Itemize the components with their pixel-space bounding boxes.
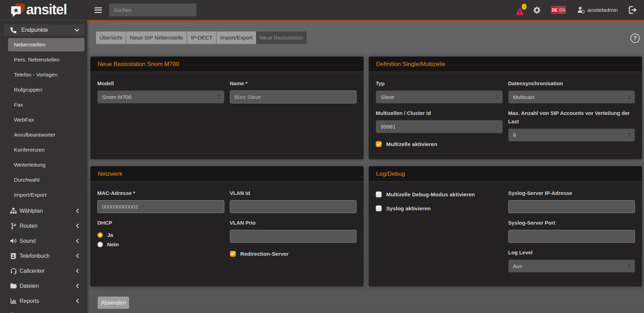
help-button[interactable]: ? xyxy=(630,34,640,43)
sidebar-item-pers-nebenstellen[interactable]: Pers. Nebenstellen xyxy=(8,53,84,66)
panel-body: MAC-Adresse * DHCP Ja xyxy=(90,182,364,286)
chevron-down-icon xyxy=(75,29,79,32)
typ-select[interactable]: Slave xyxy=(376,90,503,103)
modell-select[interactable]: Snom M700 xyxy=(97,90,224,103)
headset-icon xyxy=(10,268,17,274)
log-level-label: Log Level xyxy=(508,248,635,257)
dhcp-nein-radio-row[interactable]: Nein xyxy=(97,241,224,248)
chevron-left-icon xyxy=(76,209,79,213)
chevron-left-icon xyxy=(76,224,79,228)
name-input[interactable] xyxy=(230,90,357,103)
syslog-ip-label: Syslog-Server IP-Adresse xyxy=(508,189,635,197)
sidebar-item-durchwahl[interactable]: Durchwahl xyxy=(8,173,84,187)
dhcp-ja-radio[interactable] xyxy=(97,232,103,238)
panel-body: Multizelle Debug-Modus aktivieren Syslog… xyxy=(369,182,642,286)
select-arrows-icon xyxy=(496,124,499,129)
mac-adresse-label: MAC-Adresse * xyxy=(97,189,224,197)
select-arrows-icon xyxy=(628,133,631,137)
sidebar-item-sound[interactable]: Sound xyxy=(0,233,87,248)
syslog-checkbox-row[interactable]: Syslog aktivieren xyxy=(376,205,503,211)
multizelle-checkbox[interactable] xyxy=(376,141,382,147)
tab-import-export[interactable]: Import/Export xyxy=(217,31,256,44)
sidebar-item-callcenter[interactable]: Callcenter xyxy=(0,263,87,278)
sidebar-item-rufgruppen[interactable]: Rufgruppen xyxy=(8,83,84,96)
sidebar-item-fax[interactable]: Fax xyxy=(8,98,84,111)
debug-modus-checkbox-row[interactable]: Multizelle Debug-Modus aktivieren xyxy=(376,191,503,197)
syslog-ip-input[interactable] xyxy=(508,200,635,213)
vlan-prio-input[interactable] xyxy=(230,230,357,243)
syslog-checkbox[interactable] xyxy=(376,205,382,211)
panel-log-debug: Log/Debug Multizelle Debug-Modus aktivie… xyxy=(369,166,642,286)
panel-row-2: Netzwerk MAC-Adresse * DHCP xyxy=(90,166,642,286)
panel-body: Modell Snom M700 Name * xyxy=(90,72,364,159)
mac-adresse-input[interactable] xyxy=(97,200,224,213)
select-arrows-icon xyxy=(628,264,631,268)
sitemap-icon xyxy=(10,208,17,214)
menu-toggle-icon[interactable] xyxy=(95,7,102,13)
sidebar-item-weiterleitung[interactable]: Weiterleitung xyxy=(8,158,84,172)
user-shield-icon xyxy=(577,6,585,14)
tab-bar: Übersicht Neue SIP Nebenstelle IP-DECT I… xyxy=(96,31,307,44)
sidebar-item-dateien[interactable]: Dateien xyxy=(0,278,87,293)
chevron-left-icon xyxy=(76,299,79,303)
sidebar-item-webfax[interactable]: WebFax xyxy=(8,113,84,126)
gear-icon xyxy=(532,6,541,15)
chevron-left-icon xyxy=(76,254,79,258)
panel-header: Netzwerk xyxy=(90,166,364,182)
sidebar-item-reports[interactable]: Reports xyxy=(0,293,87,308)
code-branch-icon xyxy=(10,223,17,229)
topbar: ★ ansitel 1 xyxy=(0,0,644,20)
vlan-id-input[interactable] xyxy=(230,200,357,213)
select-arrows-icon xyxy=(217,95,220,99)
syslog-port-input[interactable] xyxy=(508,230,635,243)
vlan-id-label: VLAN Id xyxy=(230,189,357,197)
tab-ip-dect[interactable]: IP-DECT xyxy=(187,31,217,44)
sidebar-item-routen[interactable]: Routen xyxy=(0,218,87,233)
topbar-right: 1 DE xyxy=(516,5,637,15)
sidebar-item-telefonbuch[interactable]: Telefonbuch xyxy=(0,248,87,263)
brand-logo[interactable]: ★ ansitel xyxy=(0,0,87,20)
lang-en-button[interactable]: EN xyxy=(558,6,566,14)
sidebar-item-waehlplan[interactable]: Wählplan xyxy=(0,203,87,218)
dhcp-label: DHCP xyxy=(97,219,224,227)
panel-title: Definition Single/Multizelle xyxy=(376,61,445,68)
tab-uebersicht[interactable]: Übersicht xyxy=(96,31,126,44)
logout-button[interactable] xyxy=(629,6,637,14)
sidebar-item-telefon-vorlagen[interactable]: Telefon - Vorlagen xyxy=(8,68,84,81)
dhcp-nein-label: Nein xyxy=(107,241,119,248)
multizelle-checkbox-label: Multizelle aktivieren xyxy=(386,141,437,147)
chevron-left-icon xyxy=(76,284,79,288)
max-sip-accounts-select[interactable]: 8 xyxy=(508,129,635,141)
debug-modus-checkbox[interactable] xyxy=(376,191,382,197)
sidebar-item-nebenstellen[interactable]: Nebenstellen xyxy=(8,38,84,51)
accent-divider-line xyxy=(87,20,644,21)
settings-button[interactable] xyxy=(532,6,541,15)
sidebar-item-konferenzen[interactable]: Konferenzen xyxy=(8,143,84,156)
tab-neue-basisstation[interactable]: Neue Basisstation xyxy=(256,31,307,44)
svg-text:★: ★ xyxy=(13,6,19,14)
alerts-button[interactable]: 1 xyxy=(516,5,526,15)
panel-header: Neue Basisstation Snom M700 xyxy=(90,57,364,72)
user-menu[interactable]: ansiteladmin xyxy=(577,6,618,14)
sidebar-group-endpunkte[interactable]: Endpunkte xyxy=(4,24,84,36)
syslog-checkbox-label: Syslog aktivieren xyxy=(386,205,431,211)
main-content: Übersicht Neue SIP Nebenstelle IP-DECT I… xyxy=(87,21,644,313)
sidebar-item-ueberwachung[interactable]: Überwachung xyxy=(0,308,87,313)
modell-label: Modell xyxy=(97,79,224,88)
cluster-id-select[interactable]: 99981 xyxy=(376,120,503,133)
sidebar-item-anrufbeantworter[interactable]: Anrufbeantworter xyxy=(8,128,84,141)
dhcp-nein-radio[interactable] xyxy=(97,242,103,247)
lang-de-button[interactable]: DE xyxy=(551,6,559,14)
multizelle-checkbox-row[interactable]: Multizelle aktivieren xyxy=(376,141,503,147)
dhcp-ja-radio-row[interactable]: Ja xyxy=(97,232,224,238)
datensync-select[interactable]: Multicast xyxy=(508,90,635,103)
redirection-checkbox-row[interactable]: Redirection-Server xyxy=(230,251,357,257)
tab-neue-sip-nebenstelle[interactable]: Neue SIP Nebenstelle xyxy=(126,31,187,44)
redirection-checkbox[interactable] xyxy=(230,251,236,257)
absenden-button[interactable]: Absenden xyxy=(98,297,129,309)
search-input[interactable] xyxy=(109,3,196,16)
log-level-select[interactable]: Aus xyxy=(508,260,635,272)
max-sip-accounts-label: Max. Anzahl von SIP Accounts vor Verteil… xyxy=(508,109,635,126)
topbar-divider xyxy=(0,20,644,21)
sidebar-item-import-export[interactable]: Import/Export xyxy=(8,188,84,202)
